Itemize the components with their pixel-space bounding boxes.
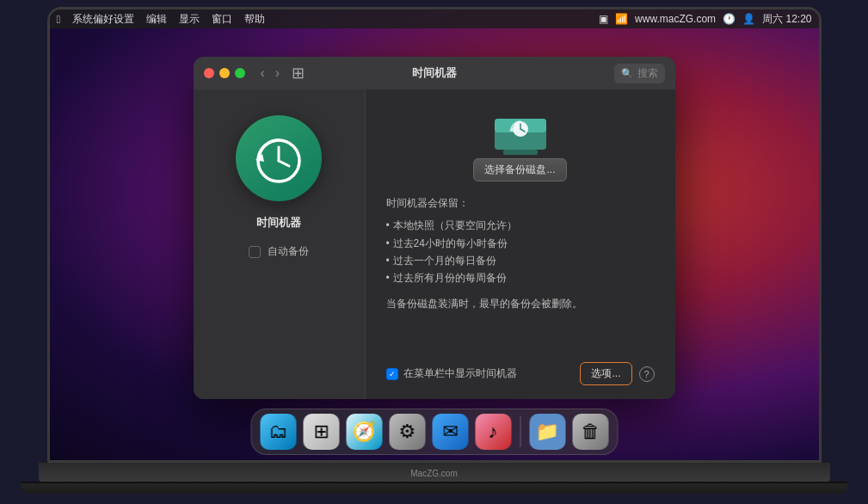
svg-rect-9 <box>503 150 538 155</box>
grid-view-icon[interactable]: ⊞ <box>292 64 305 83</box>
clock-icon: 🕐 <box>723 13 736 25</box>
tm-description-title: 时间机器会保留： <box>386 195 655 212</box>
macbook:  系统偏好设置 编辑 显示 窗口 帮助 ▣ 📶 www.macZG.com 🕐… <box>22 7 847 497</box>
dock-item-finder[interactable]: 🗂 <box>260 414 296 450</box>
maximize-button[interactable] <box>235 68 245 78</box>
menubar-item-display[interactable]: 显示 <box>179 12 200 27</box>
bullet-item: 过去24小时的每小时备份 <box>386 235 655 252</box>
wifi-signal-icon: 📶 <box>615 13 628 25</box>
nav-forward-button[interactable]: › <box>272 65 283 81</box>
dock-item-trash[interactable]: 🗑 <box>572 414 608 450</box>
launchpad-icon: ⊞ <box>313 421 329 443</box>
disk-icon-area: 选择备份磁盘... <box>386 110 655 181</box>
options-button[interactable]: 选项... <box>580 362 631 385</box>
traffic-lights <box>204 68 245 78</box>
search-placeholder-text: 搜索 <box>637 66 658 81</box>
left-panel: 时间机器 自动备份 <box>194 89 366 399</box>
dock-item-music[interactable]: ♪ <box>475 414 511 450</box>
window-title: 时间机器 <box>412 65 457 81</box>
macbook-base <box>39 463 830 482</box>
search-bar[interactable]: 🔍 搜索 <box>614 64 665 83</box>
menubar-item-window[interactable]: 窗口 <box>212 12 232 27</box>
bottom-bar: ✓ 在菜单栏中显示时间机器 选项... ? <box>386 362 655 385</box>
menubar-item-edit[interactable]: 编辑 <box>146 12 167 27</box>
apple-logo-icon[interactable]:  <box>57 13 61 26</box>
auto-backup-checkbox[interactable] <box>249 246 261 258</box>
dock-item-safari[interactable]: 🧭 <box>346 414 382 450</box>
menubar:  系统偏好设置 编辑 显示 窗口 帮助 ▣ 📶 www.macZG.com 🕐… <box>50 9 819 28</box>
window-content: 时间机器 自动备份 <box>194 89 675 399</box>
menubar-time: 周六 12:20 <box>762 12 811 27</box>
menubar-right: ▣ 📶 www.macZG.com 🕐 👤 周六 12:20 <box>599 12 811 27</box>
time-machine-icon <box>249 128 309 188</box>
auto-backup-row: 自动备份 <box>249 244 309 259</box>
files-icon: 📁 <box>536 421 559 443</box>
nav-back-button[interactable]: ‹ <box>257 65 268 81</box>
macbook-foot <box>22 482 847 494</box>
dock-divider <box>520 416 520 447</box>
user-icon: 👤 <box>742 13 755 25</box>
menubar-item-syspref[interactable]: 系统偏好设置 <box>72 12 134 27</box>
search-icon: 🔍 <box>621 68 633 79</box>
time-machine-icon-wrapper <box>236 115 322 201</box>
bullet-item: 过去一个月的每日备份 <box>386 252 655 269</box>
trash-icon: 🗑 <box>581 421 600 443</box>
safari-icon: 🧭 <box>353 421 376 443</box>
disk-icon <box>489 110 551 158</box>
tm-bullets-list: 本地快照（只要空间允许） 过去24小时的每小时备份 过去一个月的每日备份 过去所… <box>386 217 655 287</box>
wifi-icon: ▣ <box>599 13 608 25</box>
menubar-show-label: 在菜单栏中显示时间机器 <box>403 366 517 381</box>
bullet-item: 本地快照（只要空间允许） <box>386 217 655 234</box>
bullet-item: 过去所有月份的每周备份 <box>386 269 655 286</box>
syspref-icon: ⚙ <box>398 421 416 443</box>
dock-item-syspref[interactable]: ⚙ <box>389 414 425 450</box>
help-button[interactable]: ? <box>639 366 655 382</box>
svg-line-2 <box>279 161 289 166</box>
dock-item-mail[interactable]: ✉ <box>432 414 468 450</box>
menubar-check-row: ✓ 在菜单栏中显示时间机器 <box>386 366 517 381</box>
menubar-left:  系统偏好设置 编辑 显示 窗口 帮助 <box>57 12 266 27</box>
wallpaper:  系统偏好设置 编辑 显示 窗口 帮助 ▣ 📶 www.macZG.com 🕐… <box>50 9 819 460</box>
screen-bezel:  系统偏好设置 编辑 显示 窗口 帮助 ▣ 📶 www.macZG.com 🕐… <box>47 7 822 463</box>
show-menubar-checkbox[interactable]: ✓ <box>386 368 398 380</box>
tm-description: 时间机器会保留： 本地快照（只要空间允许） 过去24小时的每小时备份 过去一个月… <box>386 195 655 326</box>
minimize-button[interactable] <box>219 68 230 78</box>
window-titlebar: ‹ › ⊞ 时间机器 🔍 搜索 <box>194 57 675 89</box>
titlebar-nav: ‹ › <box>257 65 284 81</box>
time-machine-window: ‹ › ⊞ 时间机器 🔍 搜索 <box>194 57 675 399</box>
dock-item-files[interactable]: 📁 <box>529 414 565 450</box>
left-panel-title: 时间机器 <box>256 215 301 230</box>
tm-footer-note: 当备份磁盘装满时，最早的备份会被删除。 <box>386 296 655 312</box>
right-panel: 选择备份磁盘... 时间机器会保留： 本地快照（只要空间允许） 过去24小时的每… <box>366 89 675 399</box>
menubar-item-help[interactable]: 帮助 <box>244 12 265 27</box>
dock-item-launchpad[interactable]: ⊞ <box>303 414 339 450</box>
close-button[interactable] <box>204 68 214 78</box>
menubar-website: www.macZG.com <box>635 13 716 25</box>
dock: 🗂 ⊞ 🧭 ⚙ ✉ ♪ 📁 <box>250 409 618 455</box>
mail-icon: ✉ <box>442 421 458 443</box>
finder-icon: 🗂 <box>268 421 287 443</box>
select-disk-button[interactable]: 选择备份磁盘... <box>473 158 566 181</box>
auto-backup-label: 自动备份 <box>268 244 309 259</box>
music-icon: ♪ <box>489 421 498 443</box>
